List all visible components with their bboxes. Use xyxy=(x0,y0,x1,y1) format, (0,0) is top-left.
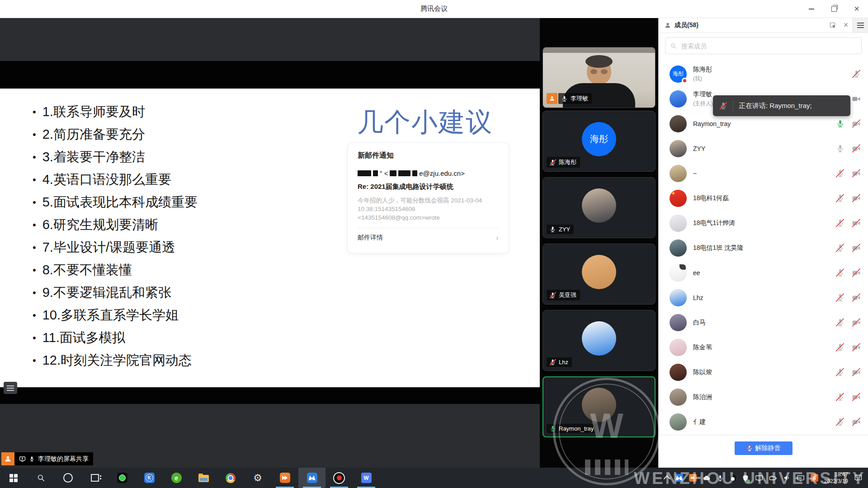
start-button[interactable] xyxy=(0,468,27,488)
member-row[interactable]: 海彤 陈海彤 (我) xyxy=(659,61,868,86)
tile-participant-name: 吴亚强 xyxy=(559,291,576,299)
taskbar-search-button[interactable] xyxy=(27,468,54,488)
tray-mic-icon[interactable] xyxy=(717,474,724,482)
video-tile[interactable]: Lhz xyxy=(542,310,656,371)
member-row[interactable]: ~ xyxy=(659,161,868,186)
tray-monitor-icon[interactable] xyxy=(755,474,763,482)
volume-icon[interactable] xyxy=(783,474,791,482)
defender-shield-icon[interactable] xyxy=(742,474,749,482)
video-tile[interactable]: 吴亚强 xyxy=(542,244,656,305)
folder-icon xyxy=(198,475,209,482)
member-mic-button[interactable] xyxy=(835,144,844,153)
member-row[interactable]: 亻建 xyxy=(659,409,868,434)
restore-button[interactable] xyxy=(823,0,845,18)
cast-monitor-icon[interactable] xyxy=(797,474,805,482)
word-app-button[interactable]: W xyxy=(353,468,380,488)
member-camera-button[interactable] xyxy=(852,244,861,253)
taskbar-app-orange[interactable] xyxy=(271,468,298,488)
video-tile[interactable]: Raymon_tray xyxy=(542,376,656,437)
member-avatar xyxy=(670,190,687,207)
video-tile[interactable]: 李理敏 xyxy=(542,47,656,108)
member-mic-button[interactable] xyxy=(852,70,861,79)
member-camera-button[interactable] xyxy=(852,318,861,327)
member-mic-button[interactable] xyxy=(835,169,844,178)
speaking-tooltip: 正在讲话: Raymon_tray; xyxy=(713,95,850,116)
member-row[interactable]: 陈以焌 xyxy=(659,360,868,385)
tencent-meeting-button[interactable] xyxy=(298,468,326,488)
battery-icon[interactable] xyxy=(769,474,777,482)
sogou-input-icon[interactable]: S xyxy=(811,474,818,482)
member-mic-button[interactable] xyxy=(835,318,844,327)
member-search-box[interactable] xyxy=(665,38,862,54)
tray-expand-icon[interactable] xyxy=(663,475,670,483)
action-center-icon[interactable] xyxy=(854,474,863,482)
member-mic-button[interactable] xyxy=(835,343,844,352)
member-camera-button[interactable] xyxy=(852,119,861,128)
close-panel-button[interactable]: × xyxy=(839,18,853,33)
task-view-button[interactable] xyxy=(81,468,108,488)
taskbar-app-green-circle[interactable] xyxy=(108,468,136,488)
member-mic-button[interactable] xyxy=(835,268,844,277)
member-camera-button[interactable] xyxy=(852,219,861,228)
member-row[interactable]: ee xyxy=(659,260,868,285)
member-mic-button[interactable] xyxy=(835,194,844,203)
cortana-button[interactable] xyxy=(54,468,81,488)
member-row[interactable]: 白马 xyxy=(659,310,868,335)
unmute-button[interactable]: 解除静音 xyxy=(735,441,793,455)
popout-panel-button[interactable] xyxy=(826,18,839,33)
minimize-button[interactable] xyxy=(800,0,823,18)
video-tile[interactable]: 海彤 陈海彤 xyxy=(542,111,656,172)
member-camera-button[interactable] xyxy=(852,343,861,352)
member-row[interactable]: 陈金苇 xyxy=(659,335,868,360)
member-camera-button[interactable] xyxy=(852,293,861,302)
tile-label: Lhz xyxy=(547,357,572,367)
member-camera-button[interactable] xyxy=(852,169,861,178)
tray-meeting-icon[interactable] xyxy=(675,474,683,482)
member-camera-button[interactable] xyxy=(852,94,861,103)
member-camera-button[interactable] xyxy=(852,393,861,402)
taskbar: K e ⚙ W xyxy=(0,468,868,488)
member-camera-button[interactable] xyxy=(852,194,861,203)
unmute-button-label: 解除静音 xyxy=(755,444,781,452)
taskbar-app-browser360[interactable]: e xyxy=(163,468,190,488)
taskbar-clock[interactable]: 18:47 2022/3/19 xyxy=(824,471,848,485)
member-row[interactable]: 18电信1班 沈昊隆 xyxy=(659,235,868,260)
qq-penguin-icon[interactable] xyxy=(730,474,736,482)
member-mic-button[interactable] xyxy=(835,368,844,377)
member-mic-button[interactable] xyxy=(835,293,844,302)
video-tile[interactable]: ZYY xyxy=(542,177,656,238)
settings-button[interactable]: ⚙ xyxy=(244,468,271,488)
member-camera-button[interactable] xyxy=(852,368,861,377)
member-camera-button[interactable] xyxy=(852,268,861,277)
close-button[interactable]: × xyxy=(845,0,868,18)
member-mic-button[interactable] xyxy=(835,393,844,402)
member-row[interactable]: 18电科1何磊 xyxy=(659,186,868,211)
member-row[interactable]: 陈治洲 xyxy=(659,385,868,409)
redaction-block xyxy=(358,170,371,176)
member-mic-button[interactable] xyxy=(835,418,844,427)
file-explorer-button[interactable] xyxy=(190,468,217,488)
member-row[interactable]: ZYY xyxy=(659,136,868,161)
chrome-button[interactable] xyxy=(217,468,244,488)
annotation-toolbar-button[interactable] xyxy=(4,382,17,394)
tile-label: ZYY xyxy=(547,225,574,234)
email-detail-link[interactable]: 邮件详情 xyxy=(358,234,383,242)
member-mic-button[interactable] xyxy=(835,244,844,253)
screen-share-indicator: 李理敏的屏幕共享 xyxy=(1,452,93,465)
member-controls xyxy=(835,219,861,228)
bullet-dot: • xyxy=(33,219,36,231)
member-row[interactable]: Lhz xyxy=(659,285,868,310)
screen-recorder-button[interactable] xyxy=(326,468,353,488)
member-mic-button[interactable] xyxy=(835,119,844,128)
taskbar-app-k[interactable]: K xyxy=(136,468,163,488)
tray-orange-app-icon[interactable] xyxy=(689,474,697,482)
member-mic-button[interactable] xyxy=(835,219,844,228)
onedrive-cloud-icon[interactable] xyxy=(703,474,711,482)
search-input[interactable] xyxy=(680,42,857,50)
member-camera-button[interactable] xyxy=(852,418,861,427)
member-row[interactable]: 18电气1计烨涛 xyxy=(659,211,868,235)
member-camera-button[interactable] xyxy=(852,144,861,153)
bullet-dot: • xyxy=(33,106,36,118)
panel-menu-button[interactable] xyxy=(853,18,868,33)
bullet-text: 4.英语口语没那么重要 xyxy=(42,171,171,189)
